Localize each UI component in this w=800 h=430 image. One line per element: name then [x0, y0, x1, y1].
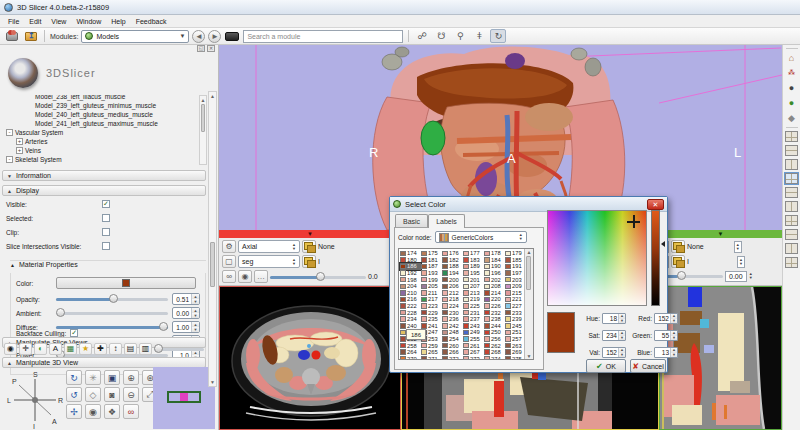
layout-fourup-button[interactable] [785, 131, 798, 142]
label-color-210[interactable]: 210 [400, 290, 421, 297]
center-slices-icon[interactable]: ↕ [109, 343, 122, 355]
label-color-188[interactable]: 188 [442, 263, 463, 270]
fit-slices-icon[interactable]: ✛ [19, 343, 32, 355]
green-spinbox[interactable]: 55▲▼ [654, 330, 678, 341]
menu-edit[interactable]: Edit [24, 18, 46, 25]
label-color-218[interactable]: 218 [442, 296, 463, 303]
annotation-letter-icon[interactable]: A [49, 343, 62, 355]
label-color-262[interactable]: 262 [484, 342, 505, 349]
checkbox[interactable]: ✓ [102, 200, 110, 208]
value-gradient-bar[interactable] [651, 210, 660, 306]
extensions-button[interactable]: ⁂ [785, 67, 798, 79]
place-fiducial-button[interactable]: ⚲ [452, 29, 468, 43]
label-color-264[interactable]: 264 [400, 349, 421, 356]
spinner-icon[interactable]: ▲▼ [737, 256, 745, 268]
label-color-234[interactable]: 234 [400, 316, 421, 323]
menu-file[interactable]: File [3, 18, 24, 25]
label-color-199[interactable]: 199 [421, 276, 442, 283]
label-color-274[interactable]: 274 [484, 356, 505, 361]
tree-item[interactable]: Model_241_left_gluteus_maximus_muscle [6, 119, 198, 128]
sat-spinbox[interactable]: 234▲▼ [602, 330, 626, 341]
label-color-244[interactable]: 244 [484, 323, 505, 330]
color-list-scrollbar[interactable]: ▲ ▼ [524, 249, 533, 359]
center-view-button[interactable]: ✳ [85, 370, 101, 385]
layout-3d-only-button[interactable] [785, 173, 798, 184]
visibility-eye-icon[interactable]: ◉ [4, 343, 17, 355]
label-color-263[interactable]: 263 [505, 342, 526, 349]
label-color-194[interactable]: 194 [442, 270, 463, 277]
slider[interactable] [56, 293, 168, 305]
panel-scrollbar[interactable]: ▲ ▼ [208, 91, 217, 387]
pin-button[interactable]: ⚙ [222, 240, 236, 253]
scene-views-button[interactable]: ❖ [104, 404, 120, 419]
hue-spinbox[interactable]: 18▲▼ [602, 313, 626, 324]
module-history-button[interactable]: ● [785, 82, 798, 94]
cancel-button[interactable]: ✘ Cancel [630, 359, 666, 373]
crosshair-toggle-button[interactable]: ↻ [490, 29, 506, 43]
tab-basic[interactable]: Basic [395, 214, 428, 227]
label-color-187[interactable]: 187 [421, 263, 442, 270]
label-color-177[interactable]: 177 [463, 250, 484, 257]
label-color-267[interactable]: 267 [463, 349, 484, 356]
label-color-180[interactable]: 180 [400, 257, 421, 264]
half-moon-icon[interactable]: ◐ [34, 343, 47, 355]
label-color-255[interactable]: 255 [463, 336, 484, 343]
label-color-265[interactable]: 265 [421, 349, 442, 356]
title-bar[interactable]: 3D Slicer 4.0.beta-2-r15809 [0, 0, 800, 15]
label-color-179[interactable]: 179 [505, 250, 526, 257]
zoom-in-button[interactable]: ⊕ [123, 370, 139, 385]
label-color-219[interactable]: 219 [463, 296, 484, 303]
label-color-189[interactable]: 189 [463, 263, 484, 270]
label-color-207[interactable]: 207 [463, 283, 484, 290]
label-color-193[interactable]: 193 [421, 270, 442, 277]
label-color-183[interactable]: 183 [463, 257, 484, 264]
label-color-228[interactable]: 228 [400, 309, 421, 316]
layout-tabbed-3d-button[interactable] [785, 201, 798, 212]
label-color-259[interactable]: 259 [421, 342, 442, 349]
slice-offset-slider[interactable] [661, 270, 723, 282]
label-color-190[interactable]: 190 [484, 263, 505, 270]
label-color-229[interactable]: 229 [421, 309, 442, 316]
layout-tabbed-slice-button[interactable] [785, 215, 798, 226]
label-color-191[interactable]: 191 [505, 263, 526, 270]
visibility-eye-button[interactable]: ◉ [238, 270, 252, 283]
val-spinbox[interactable]: 152▲▼ [602, 347, 626, 358]
search-input[interactable] [243, 30, 403, 43]
tree-item[interactable]: +Veins [6, 146, 198, 155]
label-color-226[interactable]: 226 [484, 303, 505, 310]
label-color-261[interactable]: 261 [463, 342, 484, 349]
menu-help[interactable]: Help [106, 18, 130, 25]
label-color-176[interactable]: 176 [442, 250, 463, 257]
orthographic-button[interactable]: ◇ [85, 387, 101, 402]
fg-layers-icon[interactable]: ▤ [124, 343, 137, 355]
label-color-271[interactable]: 271 [421, 356, 442, 361]
label-color-197[interactable]: 197 [505, 270, 526, 277]
menu-feedback[interactable]: Feedback [131, 18, 172, 25]
label-color-230[interactable]: 230 [442, 309, 463, 316]
coronal-slice-view[interactable] [659, 286, 782, 430]
label-outline-button[interactable]: ▢ [222, 255, 236, 268]
layout-3d-over-slices-button[interactable] [785, 145, 798, 156]
axial-slice-view[interactable] [219, 286, 401, 430]
foreground-layer-button[interactable] [671, 240, 685, 253]
label-color-212[interactable]: 212 [442, 290, 463, 297]
camera-button[interactable]: ◙ [104, 387, 120, 402]
screenshot-button[interactable] [224, 29, 240, 43]
label-color-217[interactable]: 217 [421, 296, 442, 303]
stereo-glasses-button[interactable]: ∞ [123, 404, 139, 419]
color-node-combo[interactable]: GenericColors ▲▼ [435, 231, 527, 243]
panel-hide-icon[interactable]: ✕ [207, 45, 215, 52]
label-color-275[interactable]: 275 [505, 356, 526, 361]
rotate-button[interactable]: ↻ [66, 370, 82, 385]
label-color-260[interactable]: 260 [442, 342, 463, 349]
slider-spinbox[interactable]: 1.00▲▼ [172, 321, 200, 333]
tree-item[interactable]: -Skeletal System [6, 155, 198, 164]
module-back-button[interactable]: ◄ [192, 30, 205, 43]
label-color-239[interactable]: 239 [505, 316, 526, 323]
axes-button[interactable]: ✢ [66, 404, 82, 419]
label-color-243[interactable]: 243 [463, 323, 484, 330]
material-properties-header[interactable]: ▲ Material Properties [10, 260, 206, 268]
label-layer-button[interactable] [302, 255, 316, 268]
layout-red-slice-button[interactable] [785, 187, 798, 198]
slider[interactable] [56, 307, 168, 319]
